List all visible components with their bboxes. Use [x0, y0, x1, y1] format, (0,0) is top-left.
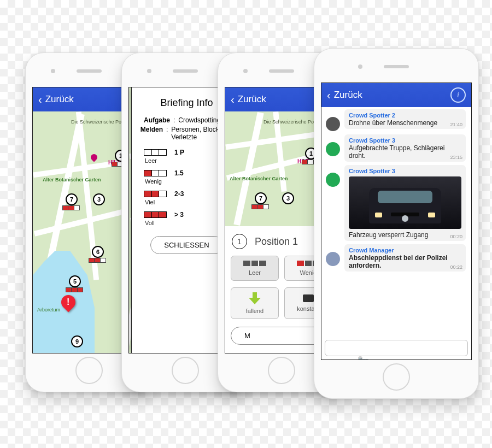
chat-scroll[interactable]: Crowd Spotter 2 Drohne über Menschenmeng…	[321, 107, 471, 339]
back-chevron-icon[interactable]: ‹	[231, 94, 235, 105]
map-marker[interactable]: 9	[71, 335, 83, 347]
back-chevron-icon[interactable]: ‹	[38, 94, 42, 105]
task-value: Crowdspotting	[178, 116, 220, 124]
avatar	[326, 173, 340, 187]
poi-garten-label: Alter Botanischer Garten	[43, 177, 101, 182]
map-marker[interactable]: 5	[69, 275, 81, 287]
chat-message: Crowd Spotter 2 Drohne über Menschenmeng…	[321, 107, 471, 132]
back-button[interactable]: Zurück	[45, 94, 74, 105]
poi-arboretum-label: Arboretum	[37, 307, 60, 313]
chat-photo[interactable]	[349, 176, 461, 229]
map-marker[interactable]: 3	[93, 193, 105, 205]
back-button[interactable]: Zurück	[334, 90, 362, 101]
header: ‹ Zurück i	[321, 83, 471, 107]
avatar	[326, 142, 340, 156]
density-leer-button[interactable]: Leer	[231, 256, 279, 281]
chat-message: Crowd Spotter 3 Aufgebrachte Truppe, Sch…	[321, 132, 471, 163]
map-marker[interactable]: 7	[66, 193, 78, 205]
camera-icon[interactable]: 📷	[358, 356, 362, 360]
trend-fallend-button[interactable]: fallend	[231, 287, 279, 319]
screen-chat: ‹ Zurück i Crowd Spotter 2 Drohne über M…	[321, 82, 472, 360]
chat-message: Crowd Manager Abschleppdienst bei der Po…	[321, 242, 471, 273]
arrow-down-icon	[249, 292, 261, 304]
position-label: Position 1	[255, 236, 298, 247]
briefing-close-button[interactable]: SCHLIESSEN	[150, 236, 222, 254]
back-chevron-icon[interactable]: ‹	[327, 90, 331, 101]
map-marker[interactable]: 6	[92, 246, 104, 258]
task-label: Aufgabe	[139, 116, 170, 124]
chat-message: Crowd Spotter 3 Fahrzeug versperrt Zugan…	[321, 163, 471, 242]
back-button[interactable]: Zurück	[238, 94, 266, 105]
phone-chat: ‹ Zurück i Crowd Spotter 2 Drohne über M…	[314, 48, 479, 399]
position-number: 1	[232, 234, 247, 249]
info-icon[interactable]: i	[450, 87, 466, 103]
avatar	[326, 117, 340, 131]
chat-input[interactable]: 📷	[325, 340, 468, 356]
avatar	[326, 252, 340, 266]
poi-post-label: Die Schweizerische Post	[71, 119, 125, 125]
video-icon	[303, 294, 314, 302]
report-label: Melden	[139, 126, 163, 141]
map-pin-icon	[90, 153, 99, 162]
